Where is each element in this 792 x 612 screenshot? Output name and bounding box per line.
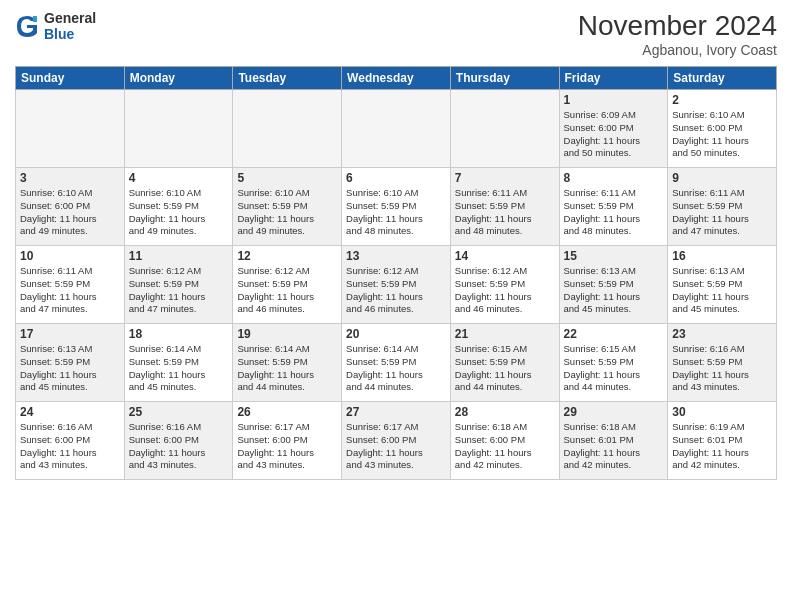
day-cell (16, 90, 125, 168)
day-info: Sunrise: 6:10 AM Sunset: 6:00 PM Dayligh… (672, 109, 772, 160)
day-cell: 27Sunrise: 6:17 AM Sunset: 6:00 PM Dayli… (342, 402, 451, 480)
day-info: Sunrise: 6:10 AM Sunset: 5:59 PM Dayligh… (346, 187, 446, 238)
location: Agbanou, Ivory Coast (578, 42, 777, 58)
day-cell: 29Sunrise: 6:18 AM Sunset: 6:01 PM Dayli… (559, 402, 668, 480)
page: General Blue November 2024 Agbanou, Ivor… (0, 0, 792, 612)
day-cell: 13Sunrise: 6:12 AM Sunset: 5:59 PM Dayli… (342, 246, 451, 324)
day-info: Sunrise: 6:19 AM Sunset: 6:01 PM Dayligh… (672, 421, 772, 472)
day-number: 18 (129, 327, 229, 341)
day-cell: 12Sunrise: 6:12 AM Sunset: 5:59 PM Dayli… (233, 246, 342, 324)
calendar: SundayMondayTuesdayWednesdayThursdayFrid… (15, 66, 777, 480)
week-row-2: 3Sunrise: 6:10 AM Sunset: 6:00 PM Daylig… (16, 168, 777, 246)
day-number: 19 (237, 327, 337, 341)
day-number: 28 (455, 405, 555, 419)
general-blue-icon (15, 12, 39, 40)
day-info: Sunrise: 6:13 AM Sunset: 5:59 PM Dayligh… (672, 265, 772, 316)
day-cell: 18Sunrise: 6:14 AM Sunset: 5:59 PM Dayli… (124, 324, 233, 402)
day-headers-row: SundayMondayTuesdayWednesdayThursdayFrid… (16, 67, 777, 90)
day-cell: 8Sunrise: 6:11 AM Sunset: 5:59 PM Daylig… (559, 168, 668, 246)
day-number: 12 (237, 249, 337, 263)
logo-text: General Blue (44, 10, 96, 42)
week-row-5: 24Sunrise: 6:16 AM Sunset: 6:00 PM Dayli… (16, 402, 777, 480)
day-number: 21 (455, 327, 555, 341)
day-info: Sunrise: 6:13 AM Sunset: 5:59 PM Dayligh… (20, 343, 120, 394)
day-info: Sunrise: 6:12 AM Sunset: 5:59 PM Dayligh… (455, 265, 555, 316)
day-cell: 17Sunrise: 6:13 AM Sunset: 5:59 PM Dayli… (16, 324, 125, 402)
day-header-thursday: Thursday (450, 67, 559, 90)
day-header-monday: Monday (124, 67, 233, 90)
logo-blue: Blue (44, 26, 96, 42)
day-cell (450, 90, 559, 168)
day-number: 26 (237, 405, 337, 419)
day-number: 24 (20, 405, 120, 419)
day-cell: 14Sunrise: 6:12 AM Sunset: 5:59 PM Dayli… (450, 246, 559, 324)
day-info: Sunrise: 6:11 AM Sunset: 5:59 PM Dayligh… (564, 187, 664, 238)
day-info: Sunrise: 6:11 AM Sunset: 5:59 PM Dayligh… (455, 187, 555, 238)
day-number: 11 (129, 249, 229, 263)
day-info: Sunrise: 6:17 AM Sunset: 6:00 PM Dayligh… (346, 421, 446, 472)
day-number: 23 (672, 327, 772, 341)
day-number: 3 (20, 171, 120, 185)
day-number: 17 (20, 327, 120, 341)
day-number: 9 (672, 171, 772, 185)
week-row-3: 10Sunrise: 6:11 AM Sunset: 5:59 PM Dayli… (16, 246, 777, 324)
day-cell: 5Sunrise: 6:10 AM Sunset: 5:59 PM Daylig… (233, 168, 342, 246)
day-info: Sunrise: 6:09 AM Sunset: 6:00 PM Dayligh… (564, 109, 664, 160)
day-cell: 4Sunrise: 6:10 AM Sunset: 5:59 PM Daylig… (124, 168, 233, 246)
day-cell: 11Sunrise: 6:12 AM Sunset: 5:59 PM Dayli… (124, 246, 233, 324)
day-number: 4 (129, 171, 229, 185)
day-number: 29 (564, 405, 664, 419)
day-header-wednesday: Wednesday (342, 67, 451, 90)
day-info: Sunrise: 6:12 AM Sunset: 5:59 PM Dayligh… (129, 265, 229, 316)
day-cell: 16Sunrise: 6:13 AM Sunset: 5:59 PM Dayli… (668, 246, 777, 324)
day-info: Sunrise: 6:13 AM Sunset: 5:59 PM Dayligh… (564, 265, 664, 316)
day-cell (342, 90, 451, 168)
day-cell: 25Sunrise: 6:16 AM Sunset: 6:00 PM Dayli… (124, 402, 233, 480)
day-number: 30 (672, 405, 772, 419)
day-cell: 20Sunrise: 6:14 AM Sunset: 5:59 PM Dayli… (342, 324, 451, 402)
day-info: Sunrise: 6:14 AM Sunset: 5:59 PM Dayligh… (346, 343, 446, 394)
day-header-friday: Friday (559, 67, 668, 90)
day-cell: 19Sunrise: 6:14 AM Sunset: 5:59 PM Dayli… (233, 324, 342, 402)
day-info: Sunrise: 6:18 AM Sunset: 6:01 PM Dayligh… (564, 421, 664, 472)
day-number: 6 (346, 171, 446, 185)
week-row-1: 1Sunrise: 6:09 AM Sunset: 6:00 PM Daylig… (16, 90, 777, 168)
day-info: Sunrise: 6:10 AM Sunset: 5:59 PM Dayligh… (237, 187, 337, 238)
day-cell: 9Sunrise: 6:11 AM Sunset: 5:59 PM Daylig… (668, 168, 777, 246)
day-header-saturday: Saturday (668, 67, 777, 90)
day-info: Sunrise: 6:11 AM Sunset: 5:59 PM Dayligh… (20, 265, 120, 316)
day-info: Sunrise: 6:11 AM Sunset: 5:59 PM Dayligh… (672, 187, 772, 238)
day-number: 10 (20, 249, 120, 263)
day-info: Sunrise: 6:14 AM Sunset: 5:59 PM Dayligh… (237, 343, 337, 394)
day-cell (233, 90, 342, 168)
day-header-tuesday: Tuesday (233, 67, 342, 90)
header: General Blue November 2024 Agbanou, Ivor… (15, 10, 777, 58)
day-info: Sunrise: 6:15 AM Sunset: 5:59 PM Dayligh… (564, 343, 664, 394)
day-number: 14 (455, 249, 555, 263)
day-cell: 2Sunrise: 6:10 AM Sunset: 6:00 PM Daylig… (668, 90, 777, 168)
day-number: 22 (564, 327, 664, 341)
day-number: 7 (455, 171, 555, 185)
day-info: Sunrise: 6:16 AM Sunset: 6:00 PM Dayligh… (129, 421, 229, 472)
day-header-sunday: Sunday (16, 67, 125, 90)
logo: General Blue (15, 10, 96, 42)
day-cell: 6Sunrise: 6:10 AM Sunset: 5:59 PM Daylig… (342, 168, 451, 246)
title-section: November 2024 Agbanou, Ivory Coast (578, 10, 777, 58)
month-title: November 2024 (578, 10, 777, 42)
week-row-4: 17Sunrise: 6:13 AM Sunset: 5:59 PM Dayli… (16, 324, 777, 402)
day-number: 16 (672, 249, 772, 263)
day-cell: 30Sunrise: 6:19 AM Sunset: 6:01 PM Dayli… (668, 402, 777, 480)
day-cell: 22Sunrise: 6:15 AM Sunset: 5:59 PM Dayli… (559, 324, 668, 402)
day-info: Sunrise: 6:18 AM Sunset: 6:00 PM Dayligh… (455, 421, 555, 472)
day-number: 2 (672, 93, 772, 107)
day-info: Sunrise: 6:16 AM Sunset: 6:00 PM Dayligh… (20, 421, 120, 472)
day-info: Sunrise: 6:15 AM Sunset: 5:59 PM Dayligh… (455, 343, 555, 394)
day-cell: 7Sunrise: 6:11 AM Sunset: 5:59 PM Daylig… (450, 168, 559, 246)
day-info: Sunrise: 6:10 AM Sunset: 5:59 PM Dayligh… (129, 187, 229, 238)
day-cell: 23Sunrise: 6:16 AM Sunset: 5:59 PM Dayli… (668, 324, 777, 402)
day-info: Sunrise: 6:12 AM Sunset: 5:59 PM Dayligh… (346, 265, 446, 316)
day-cell: 15Sunrise: 6:13 AM Sunset: 5:59 PM Dayli… (559, 246, 668, 324)
day-number: 15 (564, 249, 664, 263)
day-cell (124, 90, 233, 168)
day-cell: 24Sunrise: 6:16 AM Sunset: 6:00 PM Dayli… (16, 402, 125, 480)
